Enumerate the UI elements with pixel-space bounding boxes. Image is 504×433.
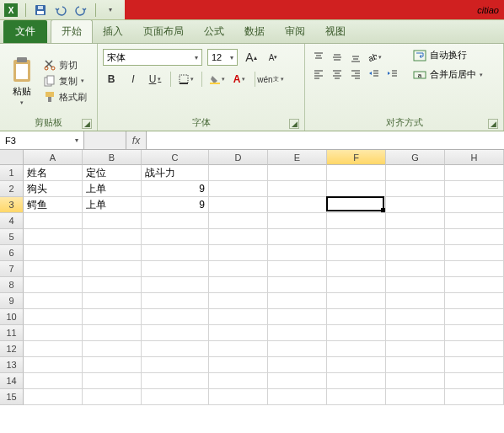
cell[interactable] <box>209 325 268 341</box>
cell[interactable] <box>268 229 327 245</box>
cell[interactable] <box>268 309 327 325</box>
column-header[interactable]: H <box>445 150 504 165</box>
underline-button[interactable]: U <box>147 71 164 88</box>
cell[interactable] <box>386 341 445 357</box>
cell[interactable] <box>327 389 386 405</box>
cell[interactable]: 9 <box>142 197 209 213</box>
align-center-button[interactable] <box>329 66 346 83</box>
cell[interactable] <box>24 389 83 405</box>
cell[interactable] <box>327 357 386 373</box>
cell[interactable] <box>83 213 142 229</box>
cell[interactable] <box>386 277 445 293</box>
row-header[interactable]: 1 <box>0 165 24 181</box>
cell[interactable] <box>142 373 209 389</box>
cell[interactable] <box>83 245 142 261</box>
cell[interactable] <box>209 373 268 389</box>
cell[interactable] <box>445 293 504 309</box>
cell[interactable] <box>142 357 209 373</box>
cell[interactable] <box>386 293 445 309</box>
cell[interactable] <box>386 373 445 389</box>
cell[interactable] <box>445 357 504 373</box>
cell[interactable]: 定位 <box>83 165 142 181</box>
align-top-button[interactable] <box>310 49 327 66</box>
cell[interactable] <box>268 341 327 357</box>
cell[interactable] <box>24 341 83 357</box>
bold-button[interactable]: B <box>103 71 120 88</box>
copy-button[interactable]: 复制 ▾ <box>42 74 88 88</box>
fx-button[interactable]: fx <box>126 131 147 149</box>
cell[interactable] <box>386 309 445 325</box>
cell[interactable] <box>327 245 386 261</box>
cell[interactable] <box>327 277 386 293</box>
cell[interactable] <box>142 389 209 405</box>
column-header[interactable]: A <box>24 150 83 165</box>
cell[interactable] <box>209 181 268 197</box>
cell[interactable] <box>327 165 386 181</box>
row-header[interactable]: 9 <box>0 293 24 309</box>
cell[interactable] <box>327 373 386 389</box>
column-header[interactable]: E <box>268 150 327 165</box>
cell[interactable] <box>142 341 209 357</box>
tab-formulas[interactable]: 公式 <box>194 20 234 43</box>
cell[interactable] <box>209 197 268 213</box>
cell[interactable] <box>24 277 83 293</box>
name-box[interactable]: F3 ▾ <box>0 131 84 149</box>
column-header[interactable]: G <box>386 150 445 165</box>
cell[interactable] <box>24 213 83 229</box>
cell[interactable] <box>83 341 142 357</box>
borders-button[interactable] <box>178 71 195 88</box>
cell[interactable] <box>83 373 142 389</box>
cell[interactable] <box>268 373 327 389</box>
tab-home[interactable]: 开始 <box>51 19 93 43</box>
alignment-launcher[interactable]: ◢ <box>488 119 498 129</box>
cell[interactable]: 鳄鱼 <box>24 197 83 213</box>
row-header[interactable]: 15 <box>0 389 24 405</box>
font-size-combo[interactable]: 12 ▾ <box>207 49 238 66</box>
cell[interactable] <box>24 373 83 389</box>
cell[interactable] <box>142 261 209 277</box>
cell[interactable] <box>209 357 268 373</box>
cell[interactable] <box>209 293 268 309</box>
cell[interactable] <box>209 389 268 405</box>
spreadsheet[interactable]: ABCDEFGH 123456789101112131415 姓名定位战斗力狗头… <box>0 150 504 433</box>
cell[interactable] <box>327 213 386 229</box>
cell[interactable] <box>209 309 268 325</box>
column-header[interactable]: C <box>142 150 209 165</box>
cut-button[interactable]: 剪切 <box>42 58 88 72</box>
cell[interactable] <box>386 325 445 341</box>
cell[interactable] <box>83 389 142 405</box>
cell[interactable] <box>445 213 504 229</box>
font-name-combo[interactable]: 宋体 ▾ <box>103 49 202 66</box>
row-header[interactable]: 6 <box>0 245 24 261</box>
row-header[interactable]: 5 <box>0 229 24 245</box>
row-header[interactable]: 7 <box>0 261 24 277</box>
cell[interactable] <box>386 261 445 277</box>
cell[interactable] <box>386 357 445 373</box>
cell[interactable]: 姓名 <box>24 165 83 181</box>
cell[interactable] <box>445 373 504 389</box>
fill-color-button[interactable] <box>209 71 226 88</box>
cell[interactable] <box>386 213 445 229</box>
cell[interactable] <box>445 197 504 213</box>
tab-data[interactable]: 数据 <box>234 20 275 43</box>
column-header[interactable]: B <box>83 150 142 165</box>
cell[interactable] <box>209 229 268 245</box>
cell[interactable] <box>445 229 504 245</box>
cell[interactable] <box>209 165 268 181</box>
cell[interactable] <box>268 245 327 261</box>
cell[interactable]: 狗头 <box>24 181 83 197</box>
cell[interactable] <box>24 245 83 261</box>
cell[interactable] <box>83 357 142 373</box>
cell[interactable] <box>83 229 142 245</box>
wrap-text-button[interactable]: 自动换行 <box>410 47 486 63</box>
cell[interactable] <box>209 213 268 229</box>
cell[interactable] <box>268 197 327 213</box>
cell[interactable] <box>83 277 142 293</box>
column-header[interactable]: F <box>327 150 386 165</box>
font-color-button[interactable]: A <box>231 71 248 88</box>
row-header[interactable]: 2 <box>0 181 24 197</box>
cell[interactable] <box>268 261 327 277</box>
shrink-font-button[interactable]: A▾ <box>265 49 281 66</box>
cell[interactable] <box>268 165 327 181</box>
orientation-button[interactable]: ab <box>366 49 383 66</box>
